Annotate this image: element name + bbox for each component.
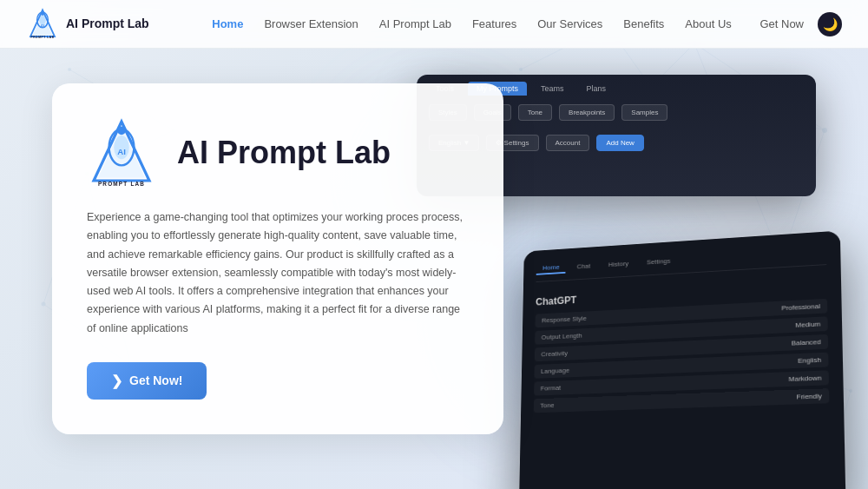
- mock-btn-account: Account: [546, 135, 590, 151]
- row-val-1: Medium: [795, 320, 820, 329]
- nav-link-home[interactable]: Home: [212, 17, 243, 30]
- nav-link-browser-extension[interactable]: Browser Extension: [264, 17, 358, 30]
- svg-text:PROMPT LAB: PROMPT LAB: [98, 181, 145, 187]
- tablet-rows: Response Style Professional Output Lengt…: [534, 299, 830, 413]
- row-label-3: Language: [541, 367, 569, 375]
- hero-card: AI PROMPT LAB AI Prompt Lab Experience a…: [52, 83, 503, 434]
- nav-link-benefits[interactable]: Benefits: [623, 17, 664, 30]
- hero-logo-icon: AI PROMPT LAB: [87, 118, 156, 188]
- row-val-3: English: [798, 356, 821, 365]
- mock-tab-teams: Teams: [532, 82, 573, 96]
- chevron-icon: ❯: [111, 373, 122, 389]
- row-val-5: Friendly: [797, 393, 822, 401]
- row-label-4: Format: [541, 384, 562, 392]
- row-label-5: Tone: [540, 401, 554, 409]
- main-content: AI PROMPT LAB AI Prompt Lab Experience a…: [0, 49, 868, 489]
- tablet-screen: Home Chat History Settings ChatGPT Respo…: [519, 231, 846, 489]
- svg-text:AI: AI: [40, 23, 45, 28]
- row-label-0: Response Style: [542, 314, 587, 324]
- logo-icon: AI PROMPT LAB: [26, 8, 59, 41]
- mock-tab-plans: Plans: [578, 82, 615, 96]
- mock-btn-samples: Samples: [621, 104, 667, 121]
- mock-btn-tone: Tone: [518, 104, 552, 121]
- nav-logo[interactable]: AI PROMPT LAB AI Prompt Lab: [26, 8, 149, 41]
- nav-link-ai-prompt-lab[interactable]: AI Prompt Lab: [379, 17, 451, 30]
- tablet-tab-home: Home: [536, 261, 566, 275]
- row-val-2: Balanced: [792, 338, 821, 347]
- mockup-tablet: Home Chat History Settings ChatGPT Respo…: [519, 231, 846, 489]
- dark-mode-button[interactable]: 🌙: [818, 12, 842, 36]
- tablet-tab-history: History: [602, 258, 635, 270]
- nav-links: Home Browser Extension AI Prompt Lab Fea…: [184, 17, 760, 30]
- tablet-tab-chat: Chat: [570, 261, 597, 273]
- svg-rect-31: [41, 12, 44, 16]
- nav-get-now[interactable]: Get Now: [760, 17, 804, 30]
- row-label-1: Output Length: [542, 332, 582, 341]
- nav-link-our-services[interactable]: Our Services: [537, 17, 602, 30]
- nav-link-features[interactable]: Features: [472, 17, 516, 30]
- svg-text:AI: AI: [117, 147, 126, 156]
- cta-label: Get Now!: [129, 373, 182, 387]
- nav-link-about-us[interactable]: About Us: [685, 17, 731, 30]
- navbar: AI PROMPT LAB AI Prompt Lab Home Browser…: [0, 0, 868, 49]
- svg-rect-38: [117, 127, 126, 135]
- svg-text:PROMPT LAB: PROMPT LAB: [30, 35, 54, 38]
- nav-brand-text: AI Prompt Lab: [66, 17, 149, 31]
- get-now-button[interactable]: ❯ Get Now!: [87, 362, 207, 400]
- mock-btn-addnew: Add New: [596, 135, 643, 151]
- hero-logo-area: AI PROMPT LAB AI Prompt Lab: [87, 118, 469, 188]
- row-val-4: Markdown: [789, 374, 822, 383]
- tablet-tab-settings: Settings: [640, 255, 677, 268]
- mock-btn-breakpoints: Breakpoints: [559, 104, 615, 121]
- hero-description: Experience a game-changing tool that opt…: [87, 208, 469, 338]
- tablet-content: ChatGPT Response Style Professional Outp…: [534, 274, 830, 420]
- moon-icon: 🌙: [823, 17, 838, 31]
- row-val-0: Professional: [781, 302, 820, 312]
- nav-right: Get Now 🌙: [760, 12, 842, 36]
- row-label-2: Creativity: [541, 349, 568, 358]
- hero-title: AI Prompt Lab: [177, 135, 391, 171]
